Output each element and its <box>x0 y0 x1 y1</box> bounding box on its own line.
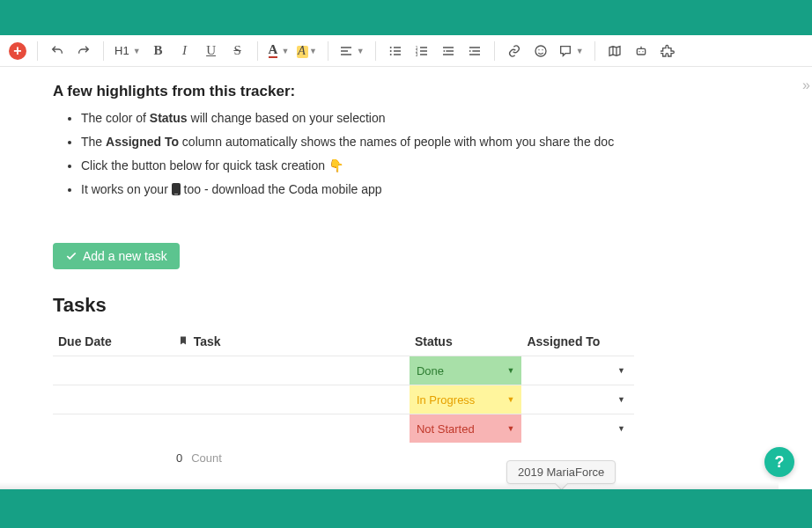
list-item: It works on your too - download the Coda… <box>81 180 759 199</box>
add-task-label: Add a new task <box>83 249 167 263</box>
text-bold: Status <box>150 111 188 125</box>
text: will change based on your selection <box>188 111 386 125</box>
table-row[interactable]: Not Started▼▼ <box>53 414 634 444</box>
emoji-button[interactable] <box>528 39 553 63</box>
collapse-panel-button[interactable]: » <box>802 77 805 93</box>
column-assigned-to[interactable]: Assigned To <box>521 326 634 356</box>
chevron-down-icon: ▼ <box>507 395 515 404</box>
map-button[interactable] <box>602 39 627 63</box>
heading-style-button[interactable]: H1 ▼ <box>111 39 144 63</box>
bulleted-list-button[interactable] <box>383 39 408 63</box>
separator <box>257 41 258 61</box>
chevron-down-icon: ▼ <box>133 47 141 55</box>
chevron-down-icon: ▼ <box>507 366 515 375</box>
count-label: Count <box>191 451 222 465</box>
comment-icon <box>558 44 572 58</box>
highlights-list: The color of Status will change based on… <box>53 109 759 199</box>
align-button[interactable]: ▼ <box>336 39 368 63</box>
svg-point-7 <box>538 49 539 50</box>
add-task-button[interactable]: Add a new task <box>53 243 180 269</box>
bold-button[interactable]: B <box>146 39 171 63</box>
outdent-button[interactable] <box>436 39 461 63</box>
cell-due-date[interactable] <box>53 356 173 385</box>
indent-icon <box>468 44 482 58</box>
undo-icon <box>50 44 64 58</box>
count-value: 0 <box>176 451 182 465</box>
page-heading: A few highlights from this tracker: <box>53 83 759 100</box>
user-tag-tooltip: 2019 MariaForce <box>506 460 616 484</box>
column-task[interactable]: Task <box>173 326 410 356</box>
strikethrough-icon: S <box>233 43 240 58</box>
cell-status[interactable]: Done▼ <box>410 356 522 385</box>
cell-task[interactable] <box>173 385 410 414</box>
highlight-icon: A <box>298 44 306 58</box>
link-button[interactable] <box>502 39 527 63</box>
strikethrough-button[interactable]: S <box>225 39 250 63</box>
svg-text:3: 3 <box>415 53 417 57</box>
check-icon <box>65 250 78 262</box>
separator <box>328 41 328 61</box>
link-icon <box>507 44 521 58</box>
cell-status[interactable]: In Progress▼ <box>410 385 522 414</box>
packs-button[interactable] <box>655 39 680 63</box>
robot-icon <box>634 44 648 58</box>
status-label: Done <box>417 364 444 378</box>
cell-due-date[interactable] <box>53 414 173 444</box>
cell-assigned-to[interactable]: ▼ <box>521 356 634 385</box>
chevron-down-icon: ▼ <box>617 395 625 404</box>
document-page[interactable]: A few highlights from this tracker: The … <box>0 67 812 489</box>
indent-button[interactable] <box>462 39 487 63</box>
bottom-brand-bar <box>0 489 812 528</box>
highlight-color-button[interactable]: A ▼ <box>294 39 320 63</box>
emoji-icon <box>534 44 548 58</box>
cell-task[interactable] <box>173 356 410 385</box>
chevron-down-icon: ▼ <box>576 47 584 55</box>
pointing-down-icon: 👇 <box>328 158 343 172</box>
cell-due-date[interactable] <box>53 385 173 414</box>
text-color-button[interactable]: A ▼ <box>265 39 293 63</box>
status-label: In Progress <box>417 393 475 407</box>
add-button[interactable]: + <box>5 39 30 63</box>
map-icon <box>608 44 622 58</box>
heading-label: H1 <box>114 44 129 57</box>
text-bold: Assigned To <box>106 135 179 149</box>
undo-button[interactable] <box>45 39 70 63</box>
italic-button[interactable]: I <box>173 39 197 63</box>
separator <box>37 41 38 61</box>
svg-point-0 <box>389 47 391 48</box>
numbered-list-button[interactable]: 123 <box>410 39 434 63</box>
outdent-icon <box>441 44 455 58</box>
table-row[interactable]: In Progress▼▼ <box>53 385 634 414</box>
cell-status[interactable]: Not Started▼ <box>410 414 522 444</box>
align-left-icon <box>339 44 353 58</box>
text: too - download the Coda mobile app <box>181 182 382 196</box>
plus-icon: + <box>9 42 26 60</box>
cell-assigned-to[interactable]: ▼ <box>521 385 634 414</box>
chevron-down-icon: ▼ <box>357 47 365 55</box>
separator <box>494 41 495 61</box>
shadow <box>0 482 779 489</box>
redo-button[interactable] <box>71 39 96 63</box>
svg-point-11 <box>642 51 643 52</box>
cell-assigned-to[interactable]: ▼ <box>521 414 634 444</box>
svg-point-8 <box>542 49 543 50</box>
redo-icon <box>77 44 91 58</box>
svg-point-2 <box>389 54 391 55</box>
underline-icon: U <box>206 43 216 58</box>
chevron-down-icon: ▼ <box>281 47 289 55</box>
help-button[interactable]: ? <box>764 447 794 477</box>
automation-button[interactable] <box>629 39 653 63</box>
column-status[interactable]: Status <box>410 326 522 356</box>
table-row[interactable]: Done▼▼ <box>53 356 634 385</box>
comment-button[interactable]: ▼ <box>555 39 587 63</box>
cell-task[interactable] <box>173 414 410 444</box>
svg-point-1 <box>389 50 391 52</box>
separator <box>594 41 595 61</box>
column-label: Task <box>194 334 221 348</box>
list-item: The Assigned To column automatically sho… <box>81 133 759 151</box>
column-due-date[interactable]: Due Date <box>53 326 173 356</box>
top-brand-bar <box>0 0 812 35</box>
underline-button[interactable]: U <box>199 39 224 63</box>
puzzle-icon <box>661 44 675 58</box>
text: column automatically shows the names of … <box>179 135 614 149</box>
